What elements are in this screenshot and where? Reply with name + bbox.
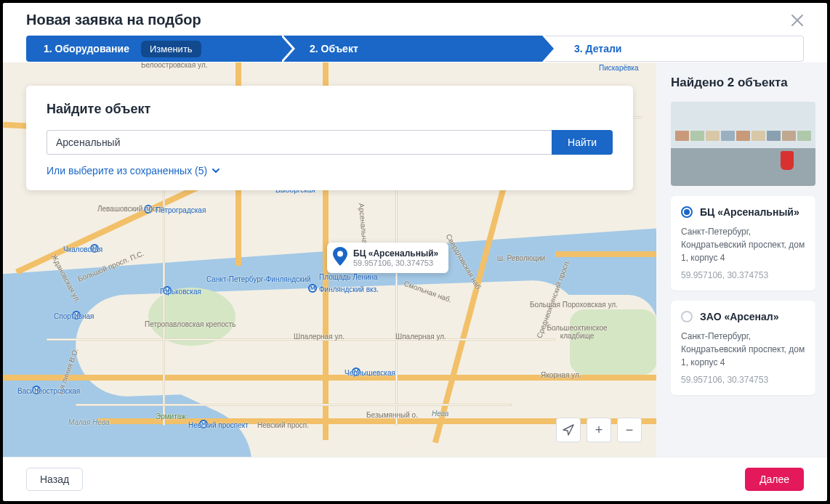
callout-coords: 59.957106, 30.374753 [353, 259, 438, 267]
results-title: Найдено 2 объекта [671, 76, 815, 90]
radio-unselected[interactable] [681, 311, 693, 322]
results-sidebar: Найдено 2 объекта БЦ «Арсенальный» Санкт… [656, 62, 827, 457]
pin-icon [333, 247, 347, 266]
step-2-object[interactable]: 2. Объект [281, 36, 542, 62]
step-1-label: 1. Оборудование [44, 43, 129, 54]
close-icon[interactable] [791, 14, 804, 27]
search-title: Найдите объект [47, 102, 613, 117]
search-panel: Найдите объект Найти Или выберите из сох… [26, 86, 633, 190]
stepper: 1. Оборудование Изменить 2. Объект 3. Де… [3, 36, 827, 62]
step-3-label: 3. Детали [574, 43, 621, 54]
back-button[interactable]: Назад [26, 468, 83, 491]
map-controls: + − [556, 418, 642, 442]
result-item[interactable]: БЦ «Арсенальный» Санкт-Петербург, Кондра… [671, 196, 815, 290]
next-button[interactable]: Далее [745, 468, 804, 491]
modal-header: Новая заявка на подбор [3, 3, 827, 36]
zoom-in-button[interactable]: + [587, 418, 611, 442]
result-address: Санкт-Петербург, Кондратьевский проспект… [681, 225, 805, 264]
step-1-equipment[interactable]: 1. Оборудование Изменить [26, 36, 281, 62]
search-button[interactable]: Найти [552, 130, 613, 155]
map-callout[interactable]: БЦ «Арсенальный» 59.957106, 30.374753 [327, 243, 448, 273]
change-button[interactable]: Изменить [141, 41, 201, 57]
result-coords: 59.957106, 30.374753 [681, 375, 805, 385]
map[interactable]: Белоостровская ул. Пискарёвка Левашовски… [3, 62, 656, 457]
step-2-label: 2. Объект [310, 43, 358, 54]
result-coords: 59.957106, 30.374753 [681, 270, 805, 280]
result-thumbnail [671, 102, 815, 186]
search-input[interactable] [47, 130, 552, 155]
modal-window: Новая заявка на подбор 1. Оборудование И… [3, 3, 827, 501]
locate-icon [563, 424, 574, 436]
radio-selected[interactable] [681, 206, 693, 218]
zoom-out-button[interactable]: − [617, 418, 642, 442]
result-item[interactable]: ЗАО «Арсенал» Санкт-Петербург, Кондратье… [671, 301, 815, 395]
locate-button[interactable] [556, 418, 581, 442]
chevron-down-icon [211, 166, 220, 175]
result-address: Санкт-Петербург, Кондратьевский проспект… [681, 330, 805, 369]
callout-title: БЦ «Арсенальный» [353, 248, 438, 259]
saved-objects-link[interactable]: Или выберите из сохраненных (5) [47, 165, 220, 176]
result-name: БЦ «Арсенальный» [700, 206, 799, 218]
result-name: ЗАО «Арсенал» [700, 311, 778, 322]
modal-title: Новая заявка на подбор [26, 12, 201, 28]
modal-footer: Назад Далее [3, 457, 827, 501]
svg-point-0 [337, 251, 343, 257]
step-3-details[interactable]: 3. Детали [542, 36, 804, 62]
